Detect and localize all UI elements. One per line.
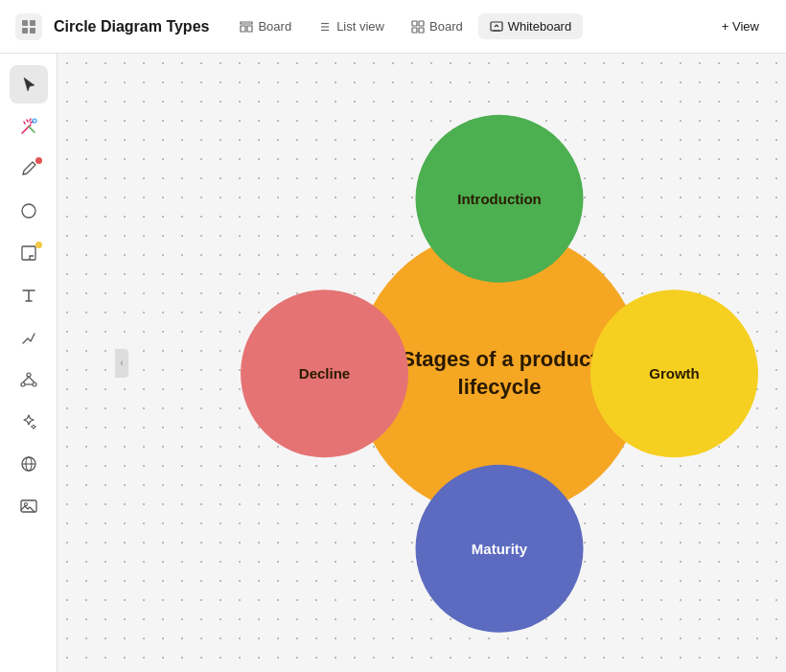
center-circle-text: Stages of a product lifecycle [401, 346, 597, 401]
topbar-right: + View [710, 13, 771, 39]
svg-rect-25 [21, 500, 36, 512]
board-icon2 [411, 20, 425, 34]
view-button[interactable]: + View [710, 13, 771, 39]
sidebar-item-magic[interactable] [10, 107, 48, 146]
svg-rect-10 [419, 28, 424, 33]
svg-rect-0 [22, 20, 28, 26]
sidebar-item-globe[interactable] [10, 445, 48, 483]
sidebar-item-ai[interactable] [10, 403, 48, 441]
text-icon [19, 286, 38, 305]
pen-color-dot [35, 157, 42, 164]
connector-icon [19, 328, 38, 347]
svg-line-20 [29, 377, 35, 382]
svg-rect-7 [412, 21, 417, 26]
page-title: Circle Diagram Types [54, 18, 209, 35]
canvas[interactable]: Stages of a product lifecycle Introducti… [58, 54, 786, 672]
sidebar-item-template[interactable] [10, 360, 48, 399]
circle-growth[interactable]: Growth [590, 290, 758, 457]
sidebar-item-image[interactable] [10, 487, 48, 525]
list-icon [318, 20, 332, 34]
svg-line-19 [23, 377, 29, 382]
sidebar-item-pen[interactable] [10, 150, 48, 188]
globe-icon [19, 454, 38, 474]
circle-maturity[interactable]: Maturity [416, 464, 584, 632]
cursor-icon [19, 75, 38, 94]
topbar: Circle Diagram Types Board List view [0, 0, 786, 54]
template-icon [19, 370, 38, 389]
nav-item-listview[interactable]: List view [307, 13, 396, 39]
sidebar-item-connector[interactable] [10, 318, 48, 357]
diagram-container: Stages of a product lifecycle Introducti… [241, 114, 758, 632]
svg-rect-15 [22, 246, 35, 260]
sidebar [0, 54, 58, 672]
svg-point-17 [21, 382, 25, 386]
svg-point-14 [22, 204, 35, 218]
svg-rect-1 [30, 20, 35, 26]
sidebar-item-text[interactable] [10, 276, 48, 314]
board-icon [240, 20, 253, 34]
image-icon [19, 497, 38, 516]
svg-point-13 [33, 119, 36, 123]
collapse-handle[interactable]: ‹ [115, 349, 128, 378]
svg-point-16 [27, 373, 31, 377]
sidebar-item-sticky[interactable] [10, 234, 48, 272]
svg-rect-2 [22, 28, 28, 34]
sidebar-item-select[interactable] [10, 65, 48, 104]
sidebar-item-shape[interactable] [10, 192, 48, 230]
nav-item-board1[interactable]: Board [228, 13, 303, 39]
app-logo [15, 13, 42, 40]
ai-icon [19, 412, 38, 431]
circle-decline[interactable]: Decline [241, 290, 408, 457]
svg-rect-11 [491, 22, 502, 31]
magic-icon [19, 117, 38, 136]
nav-item-whiteboard[interactable]: Whiteboard [478, 13, 583, 39]
svg-point-26 [24, 503, 27, 506]
svg-rect-9 [412, 28, 417, 33]
svg-rect-8 [419, 21, 424, 26]
svg-rect-3 [30, 28, 35, 34]
svg-point-18 [33, 382, 36, 386]
sticky-color-dot [35, 242, 42, 248]
whiteboard-icon [490, 20, 503, 34]
topbar-nav: Board List view Board [228, 13, 583, 39]
nav-item-board2[interactable]: Board [400, 13, 474, 39]
circle-introduction[interactable]: Introduction [416, 114, 584, 282]
circle-icon [19, 201, 38, 220]
